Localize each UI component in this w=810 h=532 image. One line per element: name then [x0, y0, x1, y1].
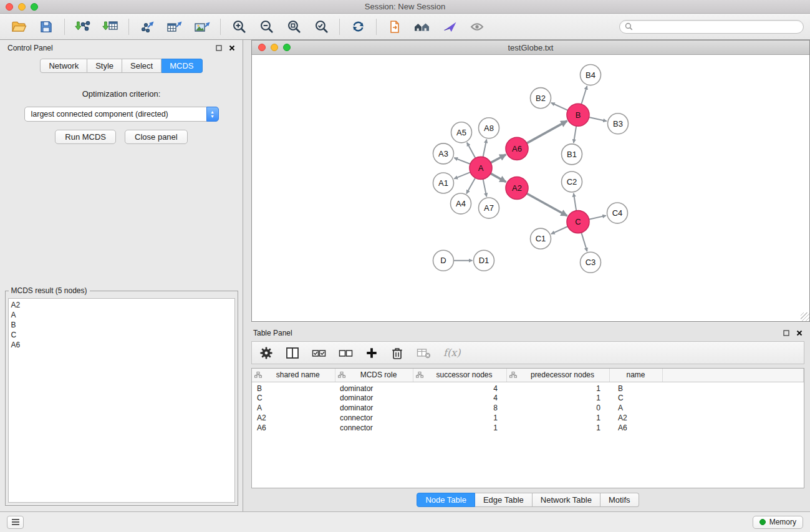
apply-layout-button[interactable] [345, 16, 370, 37]
graph-node-label: A7 [484, 203, 494, 213]
graph-edge-A-A4[interactable] [466, 178, 475, 193]
graph-edge-A-A3[interactable] [454, 158, 470, 164]
graph-edge-B-B4[interactable] [581, 86, 587, 104]
delete-column-button[interactable] [390, 346, 404, 360]
refresh-icon [350, 19, 366, 34]
close-panel-button[interactable]: Close panel [125, 130, 188, 144]
graph-edge-B-B2[interactable] [551, 103, 568, 110]
search-icon [625, 22, 633, 31]
graph-edge-A-A1[interactable] [454, 172, 470, 178]
delete-table-button[interactable] [417, 347, 431, 359]
save-session-button[interactable] [34, 16, 59, 37]
network-close-button[interactable] [258, 44, 266, 51]
search-field[interactable] [619, 20, 804, 34]
window-resize-handle[interactable] [801, 312, 809, 321]
tab-motifs[interactable]: Motifs [600, 493, 639, 507]
home-button[interactable] [410, 16, 435, 37]
import-table-button[interactable] [98, 16, 123, 37]
table-row[interactable]: Bdominator41B [252, 382, 804, 393]
deselect-all-button[interactable] [339, 347, 353, 359]
show-columns-button[interactable] [286, 347, 299, 359]
graph-edge-A-A5[interactable] [467, 143, 476, 158]
close-table-panel-icon[interactable] [796, 330, 803, 336]
network-canvas[interactable]: B4B2BB3A8A5A6A3B1AA1C2A2A4A7C4CC1C3DD1 [252, 55, 809, 321]
network-graph[interactable]: B4B2BB3A8A5A6A3B1AA1C2A2A4A7C4CC1C3DD1 [252, 55, 809, 321]
column-header-successor-nodes[interactable]: successor nodes [413, 369, 506, 382]
graph-edge-A-A7[interactable] [483, 179, 487, 196]
maximize-window-button[interactable] [31, 3, 38, 11]
close-window-button[interactable] [6, 3, 13, 11]
graph-edge-C-C3[interactable] [581, 233, 587, 251]
memory-button[interactable]: Memory [753, 516, 803, 529]
graph-edge-C-C2[interactable] [574, 193, 576, 211]
table-row[interactable]: A6connector11A6 [252, 423, 804, 433]
mcds-result-item[interactable]: A [9, 310, 234, 320]
mcds-result-item[interactable]: A6 [9, 340, 234, 350]
export-image-button[interactable] [190, 16, 215, 37]
tab-style[interactable]: Style [87, 59, 122, 73]
tab-edge-table[interactable]: Edge Table [475, 493, 533, 507]
open-session-button[interactable] [6, 16, 31, 37]
session-document-button[interactable] [382, 16, 407, 37]
graph-edge-A-A8[interactable] [483, 139, 487, 157]
export-table-icon [166, 19, 183, 34]
tab-mcds[interactable]: MCDS [162, 59, 202, 73]
column-header-predecessor-nodes[interactable]: predecessor nodes [506, 369, 609, 382]
column-header-name[interactable]: name [609, 369, 662, 382]
zoom-selected-button[interactable] [309, 16, 334, 37]
network-window-titlebar[interactable]: testGlobe.txt [252, 41, 809, 55]
mcds-result-item[interactable]: A2 [9, 300, 234, 310]
table-row[interactable]: A2connector11A2 [252, 413, 804, 423]
tab-network-table[interactable]: Network Table [533, 493, 600, 507]
home-icon [413, 19, 431, 34]
graph-edge-A-A6[interactable] [491, 155, 506, 163]
column-header-shared-name[interactable]: shared name [252, 369, 335, 382]
table-row[interactable]: Adominator80A [252, 403, 804, 413]
float-table-panel-icon[interactable] [783, 330, 789, 336]
export-table-button[interactable] [162, 16, 187, 37]
graph-node-label: A4 [456, 199, 466, 208]
graph-edge-B-B3[interactable] [589, 117, 607, 121]
graph-edge-C-C1[interactable] [551, 226, 568, 234]
mcds-result-list[interactable]: A2ABCA6 [8, 298, 235, 503]
mcds-result-item[interactable]: C [9, 330, 234, 340]
tab-network[interactable]: Network [40, 59, 87, 73]
import-network-button[interactable] [70, 16, 95, 37]
graph-edge-B-B1[interactable] [574, 126, 576, 143]
table-cell: A [252, 403, 335, 413]
graph-edge-C-C4[interactable] [589, 216, 606, 220]
float-panel-icon[interactable] [216, 45, 222, 51]
zoom-fit-button[interactable] [281, 16, 306, 37]
show-hide-graphics-button[interactable] [465, 16, 489, 37]
close-panel-icon[interactable] [229, 45, 235, 51]
minimize-window-button[interactable] [18, 3, 26, 11]
network-minimize-button[interactable] [271, 44, 278, 51]
graph-edge-A-A2[interactable] [491, 173, 506, 182]
criterion-dropdown[interactable]: largest connected component (directed) ▲… [24, 107, 219, 122]
graph-edge-A6-B[interactable] [527, 121, 567, 143]
table-settings-button[interactable] [259, 346, 273, 360]
tab-node-table[interactable]: Node Table [417, 493, 475, 507]
search-input[interactable] [636, 22, 798, 31]
annotate-button[interactable] [437, 16, 462, 37]
graph-node-label: C1 [536, 234, 546, 243]
zoom-out-button[interactable] [254, 16, 279, 37]
add-column-button[interactable] [365, 347, 378, 359]
graph-node-label: A2 [512, 183, 522, 193]
node-table-container[interactable]: shared name [251, 368, 804, 488]
export-image-icon [193, 19, 211, 34]
function-builder-button[interactable]: f(x) [443, 347, 460, 359]
run-mcds-button[interactable]: Run MCDS [55, 130, 116, 144]
table-cell: 8 [413, 403, 506, 413]
mcds-result-item[interactable]: B [9, 320, 234, 330]
column-header-mcds-role[interactable]: MCDS role [335, 369, 413, 382]
export-network-button[interactable] [135, 16, 160, 37]
graph-node-label: B4 [586, 70, 595, 80]
network-maximize-button[interactable] [283, 44, 291, 51]
graph-edge-A2-C[interactable] [527, 193, 567, 216]
tab-select[interactable]: Select [122, 59, 162, 73]
zoom-in-button[interactable] [226, 16, 251, 37]
select-all-button[interactable] [312, 347, 326, 359]
table-row[interactable]: Cdominator41C [252, 393, 804, 403]
task-history-button[interactable] [7, 516, 24, 529]
